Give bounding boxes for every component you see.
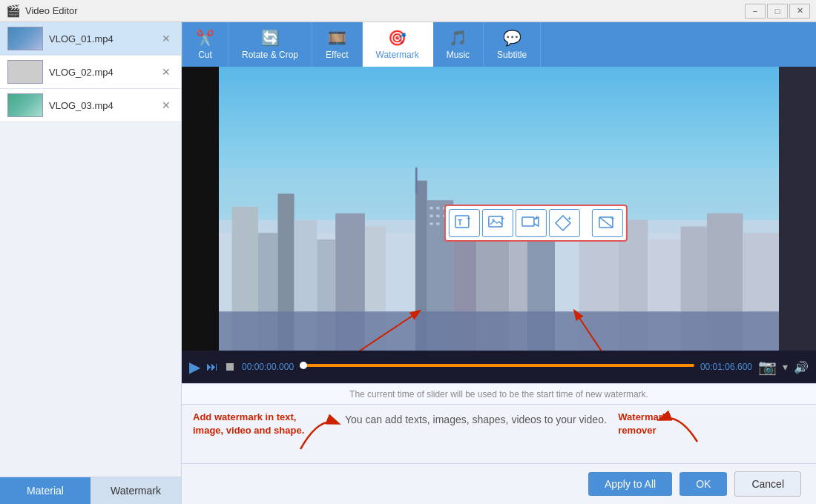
tab-watermark-label: Watermark (376, 50, 419, 60)
file-thumbnail-1 (7, 27, 43, 50)
bottom-bar: Apply to All OK Cancel (182, 463, 816, 504)
svg-text:T: T (457, 219, 461, 227)
file-name-1: VLOG_01.mp4 (49, 33, 153, 44)
svg-rect-29 (430, 222, 432, 225)
file-name-3: VLOG_03.mp4 (49, 100, 153, 111)
file-close-1[interactable]: ✕ (159, 31, 174, 46)
timeline-position (300, 362, 307, 369)
svg-text:+: + (534, 214, 538, 222)
watermark-icon: 🎯 (388, 29, 407, 47)
file-item-1[interactable]: VLOG_01.mp4 ✕ (0, 22, 181, 56)
volume-icon[interactable]: 🔊 (794, 360, 809, 374)
time-start: 00:00:00.000 (242, 362, 294, 372)
tab-rotate-crop[interactable]: 🔄 Rotate & Crop (228, 22, 312, 67)
sidebar: VLOG_01.mp4 ✕ VLOG_02.mp4 ✕ VLOG_03.mp4 … (0, 22, 182, 504)
svg-text:+: + (500, 215, 504, 222)
desc-text: You can add texts, images, shapes, video… (345, 414, 801, 425)
annotation-right: Watermark remover (618, 411, 668, 437)
video-area: T + + + (182, 67, 816, 351)
tab-cut[interactable]: ✂️ Cut (182, 22, 228, 67)
timeline-area: ▶ ⏭ ⏹ 00:00:00.000 00:01:06.600 📷 ▾ 🔊 (182, 351, 816, 383)
music-icon: 🎵 (449, 29, 467, 47)
tab-effect-label: Effect (326, 50, 348, 60)
effect-icon: 🎞️ (328, 29, 346, 47)
annotation-left: Add watermark in text, image, video and … (193, 411, 312, 437)
file-close-2[interactable]: ✕ (159, 64, 174, 79)
tab-material[interactable]: Material (0, 477, 91, 504)
timeline-track-container[interactable] (300, 364, 694, 370)
desc-area: Add watermark in text, image, video and … (182, 404, 816, 463)
file-thumbnail-3 (7, 93, 43, 117)
tab-effect[interactable]: 🎞️ Effect (312, 22, 362, 67)
add-shape-watermark-button[interactable]: + (548, 209, 579, 237)
app-icon: 🎬 (6, 4, 21, 18)
minimize-button[interactable]: − (745, 4, 766, 19)
ok-button[interactable]: OK (680, 472, 727, 496)
timeline-track (300, 364, 694, 367)
nav-tabs: ✂️ Cut 🔄 Rotate & Crop 🎞️ Effect 🎯 Water… (182, 22, 816, 67)
tab-watermark-sidebar[interactable]: Watermark (91, 477, 181, 504)
stop-button[interactable]: ⏹ (224, 360, 236, 374)
file-item-2[interactable]: VLOG_02.mp4 ✕ (0, 56, 181, 89)
tab-subtitle[interactable]: 💬 Subtitle (484, 22, 541, 67)
watermark-toolbar: T + + + (444, 205, 627, 242)
add-text-watermark-button[interactable]: T + (448, 209, 479, 237)
tab-cut-label: Cut (198, 50, 212, 60)
toolbar-separator (582, 209, 589, 237)
maximize-button[interactable]: □ (767, 4, 788, 19)
tab-rotate-label: Rotate & Crop (242, 50, 298, 60)
window-controls: − □ ✕ (745, 4, 810, 19)
svg-rect-22 (415, 168, 418, 193)
app-title: Video Editor (25, 5, 78, 16)
next-frame-button[interactable]: ⏭ (206, 360, 218, 374)
tab-subtitle-label: Subtitle (497, 50, 527, 60)
right-black-bar (779, 67, 816, 351)
title-bar: 🎬 Video Editor − □ ✕ (0, 0, 816, 22)
file-item-3[interactable]: VLOG_03.mp4 ✕ (0, 89, 181, 122)
main-layout: VLOG_01.mp4 ✕ VLOG_02.mp4 ✕ VLOG_03.mp4 … (0, 22, 816, 504)
add-image-watermark-button[interactable]: + (481, 209, 513, 237)
subtitle-icon: 💬 (503, 29, 521, 47)
content-area: ✂️ Cut 🔄 Rotate & Crop 🎞️ Effect 🎯 Water… (182, 22, 816, 504)
cut-icon: ✂️ (196, 29, 214, 47)
city-illustration (219, 168, 779, 351)
file-close-3[interactable]: ✕ (159, 98, 174, 113)
file-thumbnail-2 (7, 60, 43, 84)
watermark-remover-button[interactable]: + (591, 209, 622, 237)
apply-to-all-button[interactable]: Apply to All (588, 472, 672, 496)
svg-rect-30 (436, 222, 439, 225)
sidebar-bottom (0, 122, 181, 477)
time-end: 00:01:06.600 (700, 362, 752, 372)
cancel-button[interactable]: Cancel (734, 471, 801, 497)
svg-text:+: + (567, 215, 570, 222)
tab-watermark[interactable]: 🎯 Watermark (363, 22, 433, 67)
info-bar: The current time of slider will be used … (182, 383, 816, 404)
left-black-bar (182, 67, 219, 351)
tab-music[interactable]: 🎵 Music (433, 22, 484, 67)
svg-rect-27 (436, 214, 439, 217)
svg-rect-37 (521, 217, 533, 226)
svg-rect-26 (430, 214, 432, 217)
svg-text:+: + (466, 215, 470, 222)
chevron-down-icon[interactable]: ▾ (783, 361, 788, 373)
camera-icon[interactable]: 📷 (758, 358, 777, 376)
sidebar-tabs: Material Watermark (0, 477, 181, 504)
info-text: The current time of slider will be used … (349, 389, 648, 399)
svg-text:+: + (610, 215, 613, 222)
svg-rect-21 (219, 311, 779, 351)
close-button[interactable]: ✕ (789, 4, 810, 19)
title-bar-left: 🎬 Video Editor (6, 4, 78, 18)
svg-rect-23 (430, 207, 432, 210)
tab-music-label: Music (447, 50, 470, 60)
file-name-2: VLOG_02.mp4 (49, 67, 153, 78)
rotate-icon: 🔄 (261, 29, 280, 47)
play-button[interactable]: ▶ (189, 358, 200, 376)
add-video-watermark-button[interactable]: + (515, 209, 546, 237)
svg-rect-24 (436, 207, 439, 210)
